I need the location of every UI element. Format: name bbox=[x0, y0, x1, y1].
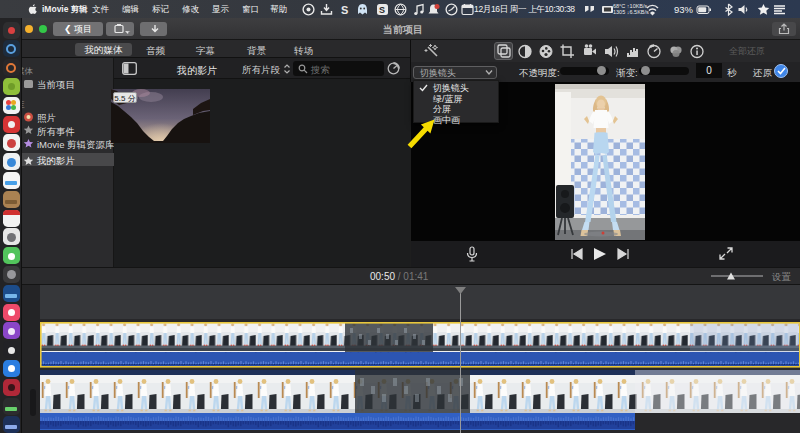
svg-text:照片: 照片 bbox=[37, 112, 56, 124]
svg-text:S: S bbox=[379, 5, 385, 15]
svg-text:iMovie 剪辑资源库: iMovie 剪辑资源库 bbox=[37, 139, 114, 150]
svg-text:所有事件: 所有事件 bbox=[37, 126, 75, 137]
svg-text:当前项目: 当前项目 bbox=[37, 80, 75, 90]
svg-text:S: S bbox=[341, 4, 348, 16]
